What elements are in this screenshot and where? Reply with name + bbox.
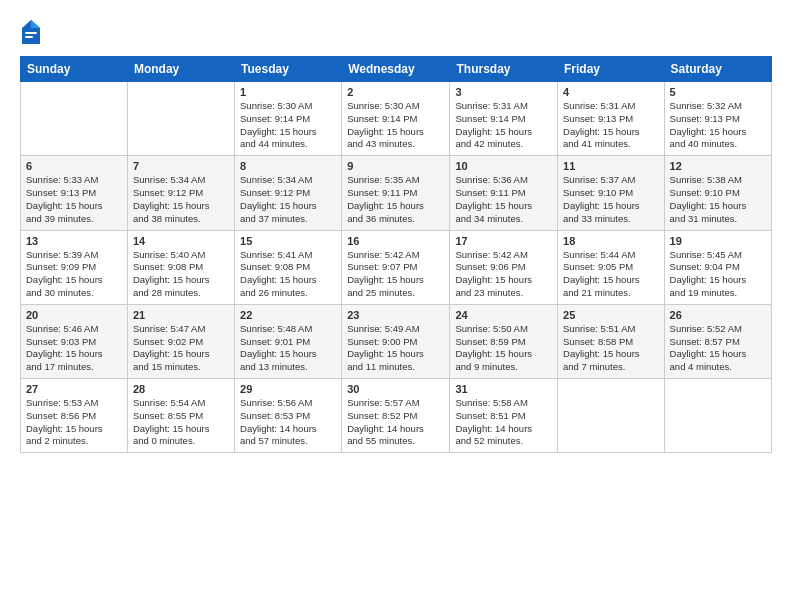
calendar-cell: [558, 379, 665, 453]
page: SundayMondayTuesdayWednesdayThursdayFrid…: [0, 0, 792, 612]
day-info: Sunrise: 5:51 AM Sunset: 8:58 PM Dayligh…: [563, 323, 659, 374]
day-number: 8: [240, 160, 336, 172]
weekday-header-thursday: Thursday: [450, 57, 558, 82]
calendar-cell: [21, 82, 128, 156]
header: [20, 18, 772, 46]
day-info: Sunrise: 5:40 AM Sunset: 9:08 PM Dayligh…: [133, 249, 229, 300]
day-number: 24: [455, 309, 552, 321]
weekday-header-monday: Monday: [127, 57, 234, 82]
day-number: 3: [455, 86, 552, 98]
day-number: 17: [455, 235, 552, 247]
calendar-cell: 4Sunrise: 5:31 AM Sunset: 9:13 PM Daylig…: [558, 82, 665, 156]
calendar-cell: 13Sunrise: 5:39 AM Sunset: 9:09 PM Dayli…: [21, 230, 128, 304]
calendar-header-row: SundayMondayTuesdayWednesdayThursdayFrid…: [21, 57, 772, 82]
day-info: Sunrise: 5:31 AM Sunset: 9:13 PM Dayligh…: [563, 100, 659, 151]
day-number: 20: [26, 309, 122, 321]
calendar-cell: 11Sunrise: 5:37 AM Sunset: 9:10 PM Dayli…: [558, 156, 665, 230]
day-number: 16: [347, 235, 444, 247]
calendar-cell: 8Sunrise: 5:34 AM Sunset: 9:12 PM Daylig…: [235, 156, 342, 230]
calendar-cell: 22Sunrise: 5:48 AM Sunset: 9:01 PM Dayli…: [235, 304, 342, 378]
calendar-cell: 9Sunrise: 5:35 AM Sunset: 9:11 PM Daylig…: [342, 156, 450, 230]
day-number: 1: [240, 86, 336, 98]
logo: [20, 18, 46, 46]
day-info: Sunrise: 5:48 AM Sunset: 9:01 PM Dayligh…: [240, 323, 336, 374]
day-info: Sunrise: 5:34 AM Sunset: 9:12 PM Dayligh…: [133, 174, 229, 225]
day-number: 21: [133, 309, 229, 321]
calendar-week-1: 1Sunrise: 5:30 AM Sunset: 9:14 PM Daylig…: [21, 82, 772, 156]
calendar-cell: 2Sunrise: 5:30 AM Sunset: 9:14 PM Daylig…: [342, 82, 450, 156]
day-number: 29: [240, 383, 336, 395]
calendar-cell: 19Sunrise: 5:45 AM Sunset: 9:04 PM Dayli…: [664, 230, 771, 304]
day-number: 15: [240, 235, 336, 247]
calendar-cell: 16Sunrise: 5:42 AM Sunset: 9:07 PM Dayli…: [342, 230, 450, 304]
day-info: Sunrise: 5:41 AM Sunset: 9:08 PM Dayligh…: [240, 249, 336, 300]
calendar-cell: 30Sunrise: 5:57 AM Sunset: 8:52 PM Dayli…: [342, 379, 450, 453]
logo-icon: [20, 18, 42, 46]
day-info: Sunrise: 5:30 AM Sunset: 9:14 PM Dayligh…: [240, 100, 336, 151]
day-info: Sunrise: 5:37 AM Sunset: 9:10 PM Dayligh…: [563, 174, 659, 225]
calendar-cell: 25Sunrise: 5:51 AM Sunset: 8:58 PM Dayli…: [558, 304, 665, 378]
calendar-cell: 14Sunrise: 5:40 AM Sunset: 9:08 PM Dayli…: [127, 230, 234, 304]
day-info: Sunrise: 5:47 AM Sunset: 9:02 PM Dayligh…: [133, 323, 229, 374]
calendar-cell: 3Sunrise: 5:31 AM Sunset: 9:14 PM Daylig…: [450, 82, 558, 156]
weekday-header-sunday: Sunday: [21, 57, 128, 82]
calendar-cell: 1Sunrise: 5:30 AM Sunset: 9:14 PM Daylig…: [235, 82, 342, 156]
day-number: 13: [26, 235, 122, 247]
calendar-week-3: 13Sunrise: 5:39 AM Sunset: 9:09 PM Dayli…: [21, 230, 772, 304]
day-info: Sunrise: 5:31 AM Sunset: 9:14 PM Dayligh…: [455, 100, 552, 151]
day-info: Sunrise: 5:33 AM Sunset: 9:13 PM Dayligh…: [26, 174, 122, 225]
calendar-cell: 21Sunrise: 5:47 AM Sunset: 9:02 PM Dayli…: [127, 304, 234, 378]
day-info: Sunrise: 5:34 AM Sunset: 9:12 PM Dayligh…: [240, 174, 336, 225]
day-info: Sunrise: 5:53 AM Sunset: 8:56 PM Dayligh…: [26, 397, 122, 448]
day-number: 10: [455, 160, 552, 172]
calendar-cell: 24Sunrise: 5:50 AM Sunset: 8:59 PM Dayli…: [450, 304, 558, 378]
calendar-week-4: 20Sunrise: 5:46 AM Sunset: 9:03 PM Dayli…: [21, 304, 772, 378]
day-number: 11: [563, 160, 659, 172]
calendar-cell: 31Sunrise: 5:58 AM Sunset: 8:51 PM Dayli…: [450, 379, 558, 453]
day-number: 28: [133, 383, 229, 395]
day-number: 5: [670, 86, 766, 98]
calendar-cell: 20Sunrise: 5:46 AM Sunset: 9:03 PM Dayli…: [21, 304, 128, 378]
calendar-table: SundayMondayTuesdayWednesdayThursdayFrid…: [20, 56, 772, 453]
calendar-cell: 5Sunrise: 5:32 AM Sunset: 9:13 PM Daylig…: [664, 82, 771, 156]
day-info: Sunrise: 5:32 AM Sunset: 9:13 PM Dayligh…: [670, 100, 766, 151]
day-info: Sunrise: 5:39 AM Sunset: 9:09 PM Dayligh…: [26, 249, 122, 300]
calendar-cell: 23Sunrise: 5:49 AM Sunset: 9:00 PM Dayli…: [342, 304, 450, 378]
day-info: Sunrise: 5:54 AM Sunset: 8:55 PM Dayligh…: [133, 397, 229, 448]
calendar-cell: 12Sunrise: 5:38 AM Sunset: 9:10 PM Dayli…: [664, 156, 771, 230]
weekday-header-wednesday: Wednesday: [342, 57, 450, 82]
day-info: Sunrise: 5:50 AM Sunset: 8:59 PM Dayligh…: [455, 323, 552, 374]
svg-rect-2: [25, 32, 37, 34]
day-info: Sunrise: 5:30 AM Sunset: 9:14 PM Dayligh…: [347, 100, 444, 151]
calendar-cell: 28Sunrise: 5:54 AM Sunset: 8:55 PM Dayli…: [127, 379, 234, 453]
calendar-cell: 18Sunrise: 5:44 AM Sunset: 9:05 PM Dayli…: [558, 230, 665, 304]
day-info: Sunrise: 5:56 AM Sunset: 8:53 PM Dayligh…: [240, 397, 336, 448]
calendar-cell: 17Sunrise: 5:42 AM Sunset: 9:06 PM Dayli…: [450, 230, 558, 304]
calendar-cell: [664, 379, 771, 453]
day-info: Sunrise: 5:44 AM Sunset: 9:05 PM Dayligh…: [563, 249, 659, 300]
day-info: Sunrise: 5:42 AM Sunset: 9:06 PM Dayligh…: [455, 249, 552, 300]
day-info: Sunrise: 5:36 AM Sunset: 9:11 PM Dayligh…: [455, 174, 552, 225]
calendar-week-2: 6Sunrise: 5:33 AM Sunset: 9:13 PM Daylig…: [21, 156, 772, 230]
day-number: 6: [26, 160, 122, 172]
day-number: 26: [670, 309, 766, 321]
day-number: 4: [563, 86, 659, 98]
calendar-week-5: 27Sunrise: 5:53 AM Sunset: 8:56 PM Dayli…: [21, 379, 772, 453]
weekday-header-friday: Friday: [558, 57, 665, 82]
day-info: Sunrise: 5:49 AM Sunset: 9:00 PM Dayligh…: [347, 323, 444, 374]
day-info: Sunrise: 5:58 AM Sunset: 8:51 PM Dayligh…: [455, 397, 552, 448]
calendar-cell: [127, 82, 234, 156]
day-number: 23: [347, 309, 444, 321]
day-number: 31: [455, 383, 552, 395]
calendar-cell: 7Sunrise: 5:34 AM Sunset: 9:12 PM Daylig…: [127, 156, 234, 230]
day-number: 2: [347, 86, 444, 98]
day-number: 18: [563, 235, 659, 247]
day-info: Sunrise: 5:57 AM Sunset: 8:52 PM Dayligh…: [347, 397, 444, 448]
day-number: 22: [240, 309, 336, 321]
day-info: Sunrise: 5:38 AM Sunset: 9:10 PM Dayligh…: [670, 174, 766, 225]
day-number: 7: [133, 160, 229, 172]
day-number: 14: [133, 235, 229, 247]
calendar-cell: 26Sunrise: 5:52 AM Sunset: 8:57 PM Dayli…: [664, 304, 771, 378]
day-info: Sunrise: 5:45 AM Sunset: 9:04 PM Dayligh…: [670, 249, 766, 300]
svg-rect-3: [25, 36, 33, 38]
